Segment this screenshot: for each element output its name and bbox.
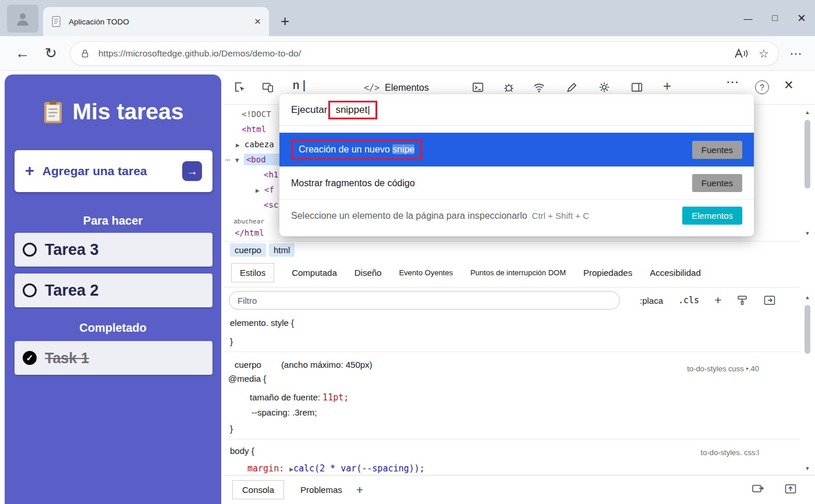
tab-issues[interactable]: Problemas (300, 485, 342, 495)
tab-layout[interactable]: Diseño (355, 268, 382, 278)
new-style-rule-icon[interactable]: + (714, 293, 721, 307)
tab-styles[interactable]: Estilos (231, 263, 274, 282)
minimize-button[interactable]: — (735, 0, 761, 36)
scrollbar-thumb[interactable] (805, 120, 810, 189)
command-item-inspect-element[interactable]: Seleccione un elemento de la página para… (279, 199, 754, 232)
scroll-up-icon[interactable]: ▲ (805, 108, 810, 116)
tab-computed[interactable]: Computada (292, 268, 337, 278)
tab-dom-breakpoints[interactable]: Puntos de interrupción DOM (470, 268, 566, 277)
expand-drawer-icon[interactable] (784, 482, 798, 495)
dom-node[interactable]: <html (242, 125, 266, 134)
css-property[interactable]: --spacing: .3rem; (251, 407, 317, 417)
task-checkbox[interactable] (23, 243, 37, 257)
paint-brush-icon[interactable] (736, 294, 748, 306)
command-item-show-snippets[interactable]: Mostrar fragmentos de código Fuentes (279, 166, 754, 199)
expand-arrow-icon[interactable]: ▶ (256, 187, 260, 194)
expand-arrow-icon[interactable]: ▶ (236, 141, 240, 149)
dom-node[interactable]: ▶ <f (256, 185, 274, 194)
submit-arrow-icon[interactable]: → (182, 161, 202, 181)
task-label: Tarea 3 (45, 241, 99, 259)
stylesheet-link[interactable]: to-do-styles cuss •.40 (687, 364, 759, 373)
browser-menu-button[interactable]: … (789, 43, 803, 58)
add-panel-icon[interactable]: + (663, 78, 671, 94)
text-caret: | (367, 104, 370, 115)
read-aloud-icon[interactable] (734, 48, 749, 59)
bug-icon[interactable] (502, 81, 515, 94)
collapse-arrow-icon[interactable]: ▼ (235, 157, 239, 164)
devtools-panel: n | </> Elementos (224, 71, 815, 504)
tab-accessibility[interactable]: Accesibilidad (650, 268, 701, 278)
maximize-button[interactable]: □ (761, 0, 788, 36)
elements-tab-label: Elementos (385, 83, 429, 93)
breadcrumb-item[interactable]: cuerpo (230, 243, 266, 257)
query-match-highlight: snipe (392, 144, 414, 154)
scroll-down-icon[interactable]: ▼ (805, 464, 810, 473)
performance-pen-icon[interactable] (565, 81, 578, 94)
plus-icon: + (25, 162, 34, 180)
tab-close-button[interactable]: × (254, 15, 261, 28)
add-drawer-tab-icon[interactable]: + (356, 483, 363, 497)
tab-event-listeners[interactable]: Evento Oyentes (399, 268, 453, 277)
todo-title-row: Mis tareas (5, 99, 221, 125)
css-property[interactable]: tamaño de fuente: 11pt; (250, 392, 349, 403)
task-item[interactable]: Tarea 2 (15, 274, 212, 307)
scroll-up-icon[interactable]: ▲ (805, 293, 810, 301)
scrollbar-thumb[interactable] (805, 305, 810, 354)
favorites-star-icon[interactable]: ☆ (759, 47, 769, 61)
add-task-button[interactable]: + Agregar una tarea → (15, 150, 212, 192)
hover-state-toggle[interactable]: :placa (640, 296, 663, 306)
console-drawer-icon[interactable] (472, 81, 484, 94)
task-item-done[interactable]: ✓ Task 1 (15, 341, 212, 375)
window-close-button[interactable]: × (788, 0, 815, 36)
task-item[interactable]: Tarea 3 (15, 233, 212, 267)
dock-drawer-icon[interactable] (751, 482, 765, 495)
inline-style-selector[interactable]: elemento. style { (230, 318, 294, 328)
css-property[interactable]: margin: ▶calc(2 * var(--spacing)); (247, 463, 425, 474)
open-panel-arrow-icon[interactable] (763, 294, 776, 306)
dom-node[interactable]: <!DOCT (242, 109, 271, 119)
command-item-create-snippet[interactable]: Creación de un nuevo snipe Fuentes (279, 133, 754, 166)
new-tab-button[interactable]: + (281, 12, 289, 30)
scroll-down-icon[interactable]: ▼ (805, 229, 810, 237)
task-checkbox[interactable] (23, 283, 37, 297)
browser-window: Aplicación TODO × + — □ × ← ↻ https://mi… (0, 0, 815, 504)
tab-console[interactable]: Consola (232, 480, 284, 499)
devtools-close-icon[interactable]: × (784, 76, 793, 94)
device-emulation-icon[interactable] (261, 81, 274, 94)
media-query-header[interactable]: cuerpo(ancho máximo: 450px) (235, 360, 373, 370)
dom-scrollbar[interactable]: ▲ ▼ (803, 108, 812, 237)
breadcrumb-item[interactable]: html (269, 243, 295, 257)
dom-node[interactable]: <sc (264, 200, 278, 210)
dock-side-icon[interactable] (630, 81, 643, 94)
more-actions-icon[interactable]: ⋯ (225, 155, 230, 164)
dom-node[interactable]: <h1 (264, 170, 278, 179)
lock-icon (80, 48, 90, 59)
reload-button[interactable]: ↻ (45, 45, 57, 62)
back-button[interactable]: ← (15, 45, 30, 62)
command-input-row[interactable]: Ejecutar snippet| (279, 94, 754, 126)
dom-node[interactable]: ▶ cabeza (236, 140, 274, 149)
styles-filter-input[interactable] (229, 291, 620, 310)
tab-properties[interactable]: Propiedades (583, 268, 632, 278)
task-checkbox-checked[interactable]: ✓ (23, 351, 37, 365)
dom-node-selected[interactable]: ⋯ ▼ <bod (225, 155, 281, 164)
help-icon[interactable]: ? (755, 80, 769, 94)
browser-tab[interactable]: Aplicación TODO × (43, 7, 269, 36)
styles-scrollbar[interactable]: ▲ ▼ (803, 293, 812, 473)
partial-text: n | (293, 79, 306, 92)
dom-node[interactable]: </html (235, 228, 264, 237)
settings-gear-icon[interactable] (598, 81, 611, 94)
body-rule-selector[interactable]: body { (230, 446, 254, 456)
network-wifi-icon[interactable] (533, 81, 545, 94)
expand-arrow-icon[interactable]: ▶ (289, 466, 293, 473)
address-bar[interactable]: https://microsoftedge.github.io/Demos/de… (70, 41, 779, 66)
class-toggle[interactable]: .cls (678, 295, 699, 306)
profile-avatar[interactable] (7, 5, 38, 33)
annotation-box-selected-item: Creación de un nuevo snipe (291, 139, 422, 160)
dom-breadcrumb: cuerpo html (224, 241, 800, 258)
devtools-more-icon[interactable]: ⋯ (726, 74, 739, 90)
tab-favicon (51, 16, 62, 27)
stylesheet-link[interactable]: to-do-styles. css:l (701, 448, 759, 457)
inspect-element-icon[interactable] (233, 81, 246, 94)
task-label: Task 1 (45, 350, 89, 367)
